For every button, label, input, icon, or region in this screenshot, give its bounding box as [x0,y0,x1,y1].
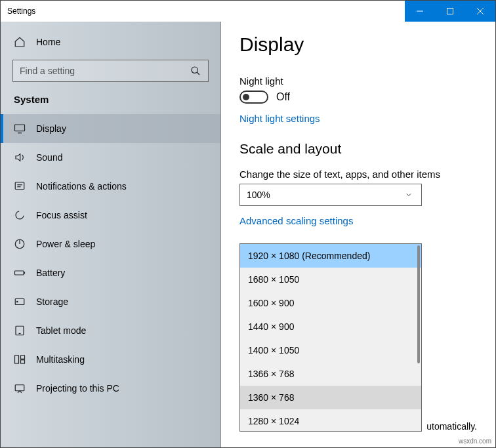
sidebar-item-storage[interactable]: Storage [1,287,220,316]
scale-select[interactable]: 100% [239,184,422,206]
sidebar-item-label: Projecting to this PC [36,383,119,394]
page-title: Display [239,33,477,56]
home-icon [14,36,26,48]
sidebar-item-projecting-to-this-pc[interactable]: Projecting to this PC [1,374,220,403]
titlebar: Settings [1,1,495,22]
orientation-text-fragment: utomatically. [426,421,477,432]
night-light-state: Off [276,91,290,103]
battery-icon [14,267,26,279]
resolution-option[interactable]: 1280 × 1024 [240,409,421,431]
dropdown-scrollbar[interactable] [417,245,420,430]
search-box[interactable] [12,60,209,82]
notifications-icon [14,180,26,192]
settings-window: Settings Home System [0,0,496,448]
multitasking-icon [14,354,26,365]
scale-label: Change the size of text, apps, and other… [239,169,477,180]
sidebar-item-label: Battery [36,268,65,278]
night-light-toggle[interactable] [239,91,268,104]
resolution-option[interactable]: 1680 × 1050 [240,268,421,291]
search-icon [190,65,201,77]
svg-rect-21 [21,356,25,359]
sidebar-item-label: Focus assist [36,210,87,220]
resolution-option[interactable]: 1600 × 900 [240,291,421,315]
night-light-settings-link[interactable]: Night light settings [239,113,477,124]
night-light-label: Night light [239,75,477,87]
sidebar-item-label: Multitasking [36,354,85,365]
svg-marker-8 [16,154,20,161]
resolution-option[interactable]: 1440 × 900 [240,315,421,338]
resolution-option[interactable]: 1400 × 1050 [240,338,421,362]
scale-heading: Scale and layout [239,141,477,157]
power-icon [14,238,26,250]
projecting-icon [14,382,26,394]
scale-value: 100% [247,190,270,200]
svg-rect-6 [15,125,25,131]
svg-rect-14 [15,271,24,275]
svg-point-17 [17,301,18,302]
home-button[interactable]: Home [1,30,220,54]
resolution-option[interactable]: 1920 × 1080 (Recommended) [240,244,421,268]
minimize-button[interactable] [405,1,435,22]
sidebar: Home System DisplaySoundNotifications & … [1,22,221,447]
svg-rect-23 [15,385,24,391]
sidebar-item-display[interactable]: Display [1,114,220,143]
tablet-icon [14,325,26,336]
display-icon [14,123,26,134]
svg-rect-22 [21,360,25,363]
sidebar-item-battery[interactable]: Battery [1,258,220,287]
section-title: System [1,91,220,114]
sidebar-item-tablet-mode[interactable]: Tablet mode [1,316,220,345]
search-input[interactable] [20,66,190,76]
svg-rect-9 [15,182,24,190]
svg-rect-1 [447,9,453,14]
resolution-option[interactable]: 1366 × 768 [240,362,421,386]
maximize-button[interactable] [435,1,465,22]
storage-icon [14,296,26,308]
focus-assist-icon [14,209,26,221]
sidebar-item-notifications-actions[interactable]: Notifications & actions [1,172,220,201]
svg-point-4 [192,67,197,73]
svg-line-5 [197,72,199,75]
advanced-scaling-link[interactable]: Advanced scaling settings [239,215,477,226]
resolution-dropdown[interactable]: 1920 × 1080 (Recommended)1680 × 10501600… [239,243,422,432]
resolution-option[interactable]: 1360 × 768 [240,386,421,409]
svg-rect-20 [15,356,19,363]
close-button[interactable] [465,1,495,22]
sidebar-item-power-sleep[interactable]: Power & sleep [1,230,220,258]
window-title: Settings [7,7,35,16]
sidebar-item-label: Sound [36,152,62,163]
sound-icon [14,152,26,163]
sidebar-item-label: Storage [36,296,68,307]
sidebar-item-label: Notifications & actions [36,181,127,192]
chevron-down-icon [403,189,415,201]
content-pane: Display Night light Off Night light sett… [221,22,495,447]
sidebar-item-focus-assist[interactable]: Focus assist [1,201,220,230]
sidebar-item-label: Power & sleep [36,239,95,249]
home-label: Home [36,37,60,47]
sidebar-item-label: Tablet mode [36,325,86,336]
watermark: wsxdn.com [459,438,491,445]
sidebar-item-label: Display [36,123,66,134]
sidebar-item-sound[interactable]: Sound [1,143,220,172]
sidebar-item-multitasking[interactable]: Multitasking [1,345,220,374]
